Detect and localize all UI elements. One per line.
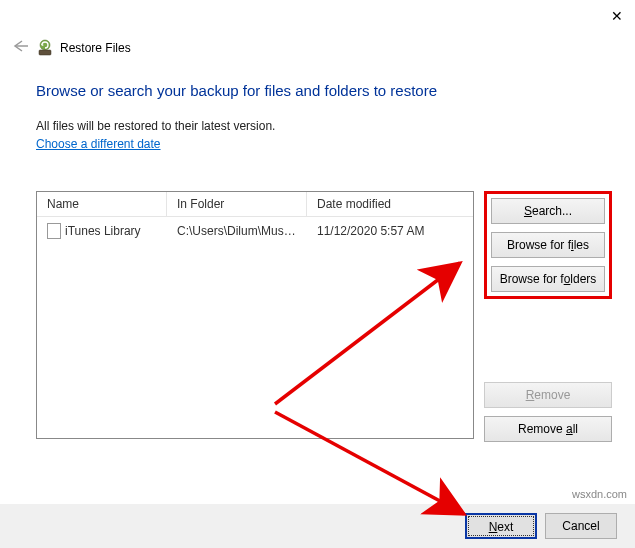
dialog-footer: Next Cancel [0,504,635,548]
file-name: iTunes Library [65,224,141,238]
browse-files-button[interactable]: Browse for files [491,232,605,258]
back-icon[interactable] [10,38,30,57]
col-header-name[interactable]: Name [37,192,167,216]
file-date: 11/12/2020 5:57 AM [307,218,473,244]
watermark: wsxdn.com [572,488,627,500]
remove-button: Remove [484,382,612,408]
search-button[interactable]: Search... [491,198,605,224]
file-icon [47,223,61,239]
svg-rect-2 [39,50,51,55]
restore-app-icon [36,39,54,57]
file-list-panel: Name In Folder Date modified iTunes Libr… [36,191,474,439]
close-icon[interactable]: ✕ [611,8,623,24]
file-folder: C:\Users\Dilum\Music... [167,218,307,244]
browse-folders-button[interactable]: Browse for folders [491,266,605,292]
window-header: Restore Files [10,38,131,57]
list-item[interactable]: iTunes Library C:\Users\Dilum\Music... 1… [37,217,473,245]
window-title: Restore Files [60,41,131,55]
cancel-button[interactable]: Cancel [545,513,617,539]
page-subtext: All files will be restored to their late… [36,119,613,133]
col-header-folder[interactable]: In Folder [167,192,307,216]
col-header-date[interactable]: Date modified [307,192,473,216]
annotation-highlight-box: Search... Browse for files Browse for fo… [484,191,612,299]
page-heading: Browse or search your backup for files a… [36,82,613,99]
choose-date-link[interactable]: Choose a different date [36,137,161,151]
list-header: Name In Folder Date modified [37,192,473,217]
remove-all-button[interactable]: Remove all [484,416,612,442]
next-button[interactable]: Next [465,513,537,539]
